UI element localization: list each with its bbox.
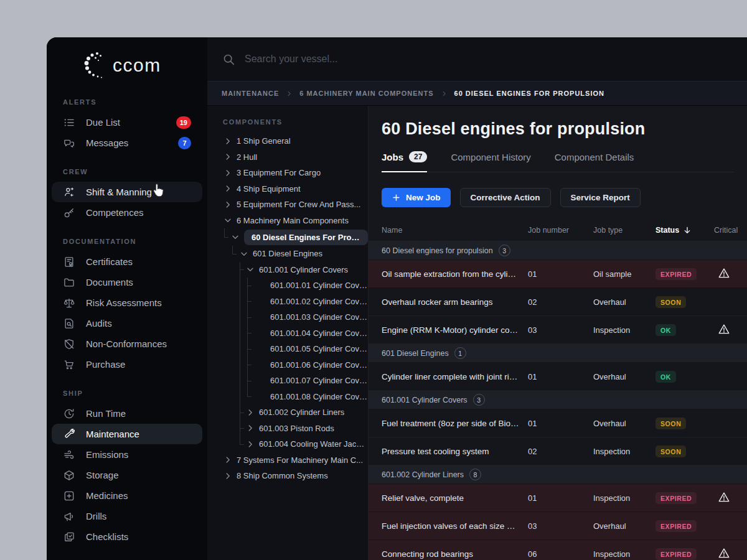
sidebar-item-label: Purchase [86, 359, 125, 370]
table-row-overhaul-rocker-arm-bearings[interactable]: Overhaul rocker arm bearings02OverhaulSO… [369, 288, 747, 316]
tree-item-label: 5 Equipment For Crew And Pass... [237, 200, 360, 209]
tab-label: Component History [451, 152, 530, 162]
tree-item-601-001-01-cylinder-cover-1[interactable]: 601.001.01 Cylinder Cover 1 [207, 278, 368, 294]
components-tree: 1 Ship General2 Hull3 Equipment For Carg… [207, 133, 368, 484]
tree-item-6-machinery-main-components[interactable]: 6 Machinery Main Components [207, 213, 368, 229]
chevron-right-icon [223, 455, 232, 464]
search-input[interactable] [245, 54, 494, 65]
sidebar: ccom ALERTSDue List19Messages7CREWShift … [47, 37, 207, 560]
sidebar-item-run-time[interactable]: Run Time [52, 403, 202, 424]
breadcrumb: MAINTENANCE6 MACHINERY MAIN COMPONENTS60… [207, 81, 747, 106]
tree-item-2-hull[interactable]: 2 Hull [207, 149, 368, 166]
sidebar-item-drills[interactable]: Drills [52, 506, 202, 526]
breadcrumb-item-60-diesel-engines-for-propulsion[interactable]: 60 DIESEL ENGINES FOR PROPULSION [454, 90, 604, 97]
table-row-cylinder-liner-complete-with-joint-rings[interactable]: Cylinder liner complete with joint rings… [369, 363, 747, 391]
table-row-relief-valve-complete[interactable]: Relief valve, complete01InspectionEXPIRE… [369, 484, 747, 512]
sidebar-item-shift-manning[interactable]: Shift & Manning [52, 182, 202, 202]
tree-item-label: 1 Ship General [237, 136, 291, 146]
table-row-connecting-rod-bearings[interactable]: Connecting rod bearings06InspectionEXPIR… [369, 540, 747, 560]
new-job-button[interactable]: New Job [382, 188, 451, 207]
breadcrumb-item-maintenance[interactable]: MAINTENANCE [222, 90, 279, 97]
tree-item-601-001-05-cylinder-cover-5[interactable]: 601.001.05 Cylinder Cover 5 [207, 341, 368, 357]
sidebar-item-maintenance[interactable]: Maintenance [52, 424, 202, 444]
tree-item-601-001-07-cylinder-cover-7[interactable]: 601.001.07 Cylinder Cover 7 [207, 373, 368, 389]
cell-job-number: 02 [528, 447, 593, 456]
chevron-right-icon [223, 137, 232, 146]
status-badge: EXPIRED [655, 492, 697, 504]
sidebar-item-checklists[interactable]: Checklists [52, 526, 202, 547]
tree-item-1-ship-general[interactable]: 1 Ship General [207, 133, 368, 149]
sidebar-item-label: Non-Conformances [86, 338, 167, 349]
tree-item-7-systems-for-machinery-main-c[interactable]: 7 Systems For Machinery Main C... [207, 452, 368, 469]
tree-item-601-001-02-cylinder-cover-2[interactable]: 601.001.02 Cylinder Cover 2 [207, 294, 368, 310]
tree-item-4-ship-equipment[interactable]: 4 Ship Equipment [207, 181, 368, 197]
status-badge: SOON [655, 446, 686, 457]
column-header-critical: Critical [714, 226, 738, 235]
sidebar-item-emissions[interactable]: Emissions [52, 444, 202, 465]
tree-item-601-001-03-cylinder-cover-3[interactable]: 601.001.03 Cylinder Cover 3 [207, 309, 368, 325]
tree-item-5-equipment-for-crew-and-pass[interactable]: 5 Equipment For Crew And Pass... [207, 197, 368, 213]
table-row-fuel-injection-valves-of-each-size-and[interactable]: Fuel injection valves of each size and..… [369, 512, 747, 540]
corrective-action-button[interactable]: Corrective Action [460, 188, 551, 207]
sidebar-item-certificates[interactable]: Certificates [52, 251, 202, 272]
group-count-badge: 3 [499, 245, 510, 256]
screen: { "logo": { "text": "ccom" }, "search": … [0, 0, 747, 560]
tree-item-601-001-cylinder-covers[interactable]: 601.001 Cylinder Covers [207, 262, 368, 278]
cell-job-number: 02 [528, 297, 593, 307]
breadcrumb-item-6-machinery-main-components[interactable]: 6 MACHINERY MAIN COMPONENTS [299, 90, 433, 97]
tree-item-8-ship-common-systems[interactable]: 8 Ship Common Systems [207, 468, 368, 484]
tab-jobs[interactable]: Jobs27 [382, 151, 427, 172]
tree-item-601-001-04-cylinder-cover-4[interactable]: 601.001.04 Cylinder Cover 4 [207, 325, 368, 342]
chevron-right-icon [441, 90, 448, 97]
tree-item-601-002-cylinder-liners[interactable]: 601.002 Cylinder Liners [207, 404, 368, 421]
tree-item-601-001-06-cylinder-cover-6[interactable]: 601.001.06 Cylinder Cover 6 [207, 357, 368, 373]
notification-badge: 7 [178, 137, 191, 149]
tree-item-60-diesel-engines-for-propulsion[interactable]: 60 Diesel Engines For Propulsion [207, 228, 368, 246]
tree-item-601-diesel-engines[interactable]: 601 Diesel Engines [207, 246, 368, 262]
cell-job-type: Inspection [593, 549, 655, 559]
group-row-601-002-cylinder-liners[interactable]: 601.002 Cylinder Liners8 [369, 465, 747, 484]
button-label: New Job [406, 193, 441, 202]
table-row-engine-rrm-k-motor-cylinder-covers[interactable]: Engine (RRM K-Motor) cylinder covers...0… [369, 316, 747, 344]
tree-item-601-004-cooling-water-jacked[interactable]: 601.004 Cooling Water Jacked [207, 436, 368, 452]
sidebar-item-label: Messages [86, 138, 128, 148]
group-row-601-diesel-engines[interactable]: 601 Diesel Engines1 [369, 344, 747, 363]
table-row-fuel-treatment-8oz-per-side-of-biobar[interactable]: Fuel treatment (8oz per side of Biobar..… [369, 409, 747, 437]
group-name: 601 Diesel Engines [382, 349, 449, 358]
cell-job-number: 03 [528, 325, 593, 335]
sidebar-item-risk-assessments[interactable]: Risk Assessments [52, 292, 202, 313]
service-report-button[interactable]: Service Report [560, 188, 641, 207]
actions-bar: New JobCorrective ActionService Report [382, 188, 734, 207]
sidebar-item-storage[interactable]: Storage [52, 465, 202, 485]
sidebar-nav: ALERTSDue List19Messages7CREWShift & Man… [47, 98, 207, 547]
section-label-crew: CREW [47, 168, 207, 175]
content-row: COMPONENTS 1 Ship General2 Hull3 Equipme… [207, 106, 747, 560]
column-header-status-sort[interactable]: Status [655, 226, 714, 235]
status-badge: EXPIRED [655, 548, 697, 560]
cell-job-name: Engine (RRM K-Motor) cylinder covers... [382, 325, 528, 335]
sidebar-item-audits[interactable]: Audits [52, 313, 202, 334]
sidebar-item-purchase[interactable]: Purchase [52, 354, 202, 375]
button-label: Service Report [571, 193, 630, 202]
sidebar-item-due-list[interactable]: Due List19 [52, 112, 202, 133]
sidebar-item-messages[interactable]: Messages7 [52, 133, 202, 153]
tree-item-label: 4 Ship Equipment [237, 184, 301, 194]
app-window: ccom ALERTSDue List19Messages7CREWShift … [47, 37, 747, 560]
group-name: 601.001 Cylinder Covers [382, 396, 467, 404]
sidebar-item-non-conformances[interactable]: Non-Conformances [52, 334, 202, 354]
tree-item-label: 6 Machinery Main Components [237, 216, 349, 225]
tab-component-history[interactable]: Component History [451, 151, 530, 172]
table-row-oil-sample-extraction-from-the-cylinder[interactable]: Oil sample extraction from the cylinder0… [369, 260, 747, 288]
tree-item-601-003-piston-rods[interactable]: 601.003 Piston Rods [207, 421, 368, 437]
group-row-601-001-cylinder-covers[interactable]: 601.001 Cylinder Covers3 [369, 391, 747, 409]
table-row-pressure-test-cooling-system[interactable]: Pressure test cooling system02Inspection… [369, 437, 747, 465]
group-row-60-diesel-engines-for-propulsion[interactable]: 60 Diesel engines for propulsion3 [369, 241, 747, 260]
sidebar-item-competences[interactable]: Competences [52, 202, 202, 223]
tab-component-details[interactable]: Component Details [555, 151, 634, 172]
status-badge: OK [655, 324, 676, 336]
sidebar-item-documents[interactable]: Documents [52, 272, 202, 292]
tree-item-3-equipment-for-cargo[interactable]: 3 Equipment For Cargo [207, 165, 368, 181]
chevron-right-icon [246, 424, 255, 432]
sidebar-item-medicines[interactable]: Medicines [52, 485, 202, 506]
tree-item-601-001-08-cylinder-cover-8[interactable]: 601.001.08 Cylinder Cover 8 [207, 389, 368, 405]
